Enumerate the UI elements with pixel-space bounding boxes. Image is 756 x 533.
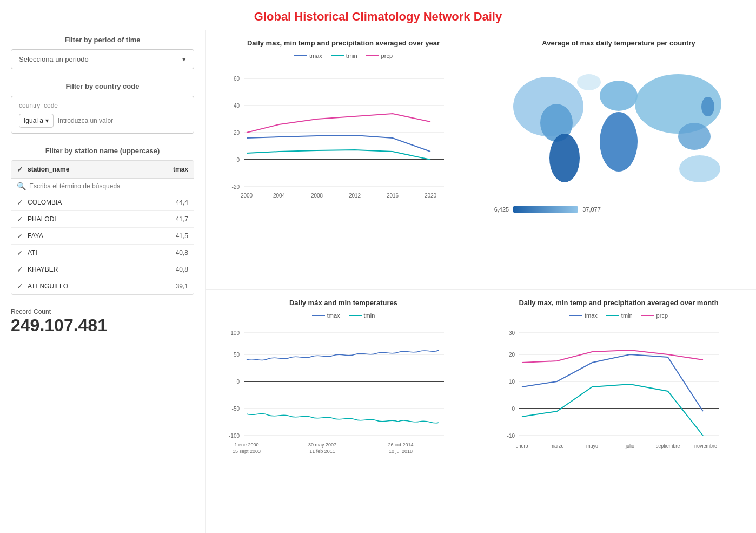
- country-filter-field-label: country_code: [19, 102, 186, 109]
- country-filter-section: Filter by country code country_code Igua…: [11, 82, 194, 134]
- svg-text:1 ene 2000: 1 ene 2000: [234, 442, 258, 448]
- map-legend-gradient: [513, 206, 578, 213]
- tmin-legend-line-br: [606, 315, 619, 316]
- world-map-container: [492, 52, 745, 204]
- chart-bottom-right: Daily max, min temp and precipitation av…: [481, 290, 756, 533]
- col-station-name-header: station_name: [28, 166, 161, 173]
- svg-text:20: 20: [234, 130, 240, 136]
- map-legend-min: -6,425: [492, 206, 509, 213]
- svg-text:10 jul 2018: 10 jul 2018: [389, 449, 413, 454]
- tmax-legend-line-br: [569, 315, 582, 316]
- svg-text:60: 60: [234, 76, 240, 82]
- svg-text:2020: 2020: [425, 193, 437, 199]
- legend-prcp: prcp: [366, 52, 393, 59]
- prcp-legend-line: [366, 55, 379, 56]
- record-count-value: 249.107.481: [11, 315, 194, 335]
- station-tmax-phalodi: 41,7: [161, 215, 188, 223]
- station-tmax-khayber: 40,8: [161, 266, 188, 273]
- station-tmax-colombia: 44,4: [161, 199, 188, 206]
- legend-tmax-br: tmax: [569, 312, 598, 319]
- svg-text:2000: 2000: [241, 193, 253, 199]
- station-table-header: ✓ station_name tmax: [11, 161, 194, 179]
- select-all-icon[interactable]: ✓: [17, 165, 23, 174]
- svg-text:50: 50: [234, 352, 240, 358]
- world-map-svg: [494, 58, 743, 199]
- period-dropdown-icon: ▾: [182, 55, 186, 63]
- svg-text:30 may 2007: 30 may 2007: [308, 442, 336, 448]
- legend-tmin-bl: tmin: [349, 312, 375, 319]
- chart-bottom-right-legend: tmax tmin prcp: [492, 312, 745, 319]
- left-panel: Filter by period of time Selecciona un p…: [0, 30, 205, 533]
- svg-text:2004: 2004: [273, 193, 286, 199]
- svg-point-18: [549, 134, 580, 182]
- station-check-phalodi[interactable]: ✓: [17, 215, 23, 223]
- svg-text:enero: enero: [515, 443, 528, 449]
- list-item[interactable]: ✓ KHAYBER 40,8: [11, 261, 194, 278]
- period-filter-title: Filter by period of time: [11, 36, 194, 44]
- svg-text:julio: julio: [625, 443, 634, 449]
- svg-text:26 oct 2014: 26 oct 2014: [388, 442, 413, 448]
- svg-point-22: [678, 123, 711, 150]
- svg-text:0: 0: [236, 157, 240, 163]
- chart-top-right: Average of max daily temperature per cou…: [481, 30, 756, 290]
- list-item[interactable]: ✓ ATENGUILLO 39,1: [11, 278, 194, 294]
- legend-tmax: tmax: [294, 52, 322, 59]
- station-tmax-ati: 40,8: [161, 249, 188, 256]
- period-select-dropdown[interactable]: Selecciona un periodo ▾: [11, 49, 194, 69]
- list-item[interactable]: ✓ FAYA 41,5: [11, 228, 194, 245]
- station-search-row: 🔍: [11, 179, 194, 194]
- chart-top-right-title: Average of max daily temperature per cou…: [492, 39, 745, 47]
- svg-text:marzo: marzo: [550, 443, 563, 449]
- list-item[interactable]: ✓ COLOMBIA 44,4: [11, 194, 194, 211]
- svg-text:0: 0: [236, 379, 240, 385]
- chart-bottom-right-svg: 30 20 10 0 -10 enero marzo mayo julio se…: [492, 322, 730, 463]
- chart-bottom-left-title: Daily máx and min temperatures: [217, 299, 470, 307]
- station-tmax-faya: 41,5: [161, 232, 188, 240]
- station-list: ✓ COLOMBIA 44,4 ✓ PHALODI 41,7 ✓ FAYA 41…: [11, 194, 194, 294]
- station-search-input[interactable]: [29, 182, 188, 190]
- svg-text:-50: -50: [232, 406, 240, 412]
- operator-dropdown[interactable]: Igual a ▾: [19, 114, 54, 128]
- svg-text:-20: -20: [232, 184, 240, 190]
- svg-text:mayo: mayo: [586, 443, 598, 449]
- chart-top-left-svg: 60 40 20 0 -20 2000 2004 2008 2012 2016 …: [217, 62, 455, 214]
- country-filter-row: Igual a ▾: [19, 114, 186, 128]
- station-tmax-atenguillo: 39,1: [161, 282, 188, 290]
- legend-tmin-br: tmin: [606, 312, 633, 319]
- chart-top-left: Daily max, min temp and precipitation av…: [205, 30, 481, 290]
- col-tmax-header: tmax: [161, 166, 188, 173]
- map-legend-max: 37,077: [582, 206, 601, 213]
- tmin-legend-label-br: tmin: [621, 312, 633, 319]
- list-item[interactable]: ✓ ATI 40,8: [11, 245, 194, 261]
- station-name-faya: FAYA: [28, 232, 161, 240]
- legend-prcp-br: prcp: [641, 312, 668, 319]
- svg-text:40: 40: [234, 103, 240, 109]
- tmax-legend-label-bl: tmax: [327, 312, 340, 319]
- station-check-atenguillo[interactable]: ✓: [17, 282, 23, 291]
- station-check-ati[interactable]: ✓: [17, 248, 23, 257]
- svg-text:30: 30: [509, 330, 515, 336]
- country-value-input[interactable]: [58, 117, 186, 124]
- country-filter-box: country_code Igual a ▾: [11, 96, 194, 134]
- station-check-faya[interactable]: ✓: [17, 232, 23, 240]
- svg-text:10: 10: [509, 379, 515, 385]
- station-check-colombia[interactable]: ✓: [17, 198, 23, 207]
- svg-point-23: [679, 155, 720, 182]
- svg-text:-10: -10: [507, 433, 515, 439]
- chart-bottom-left: Daily máx and min temperatures tmax tmin: [205, 290, 481, 533]
- record-count-section: Record Count 249.107.481: [11, 308, 194, 335]
- station-filter-section: Filter by station name (uppercase) ✓ sta…: [11, 147, 194, 295]
- chart-bottom-left-svg: 100 50 0 -50 -100 1 ene 2000 15 sept 200…: [217, 322, 455, 463]
- list-item[interactable]: ✓ PHALODI 41,7: [11, 211, 194, 228]
- svg-text:100: 100: [230, 330, 240, 336]
- country-filter-title: Filter by country code: [11, 82, 194, 90]
- station-check-khayber[interactable]: ✓: [17, 265, 23, 274]
- svg-text:20: 20: [509, 352, 515, 358]
- chart-bottom-right-title: Daily max, min temp and precipitation av…: [492, 299, 745, 307]
- station-name-khayber: KHAYBER: [28, 266, 161, 273]
- svg-point-24: [577, 74, 601, 90]
- svg-point-19: [600, 81, 638, 111]
- svg-text:0: 0: [512, 406, 515, 412]
- svg-text:noviembre: noviembre: [694, 443, 717, 449]
- svg-point-25: [701, 97, 714, 116]
